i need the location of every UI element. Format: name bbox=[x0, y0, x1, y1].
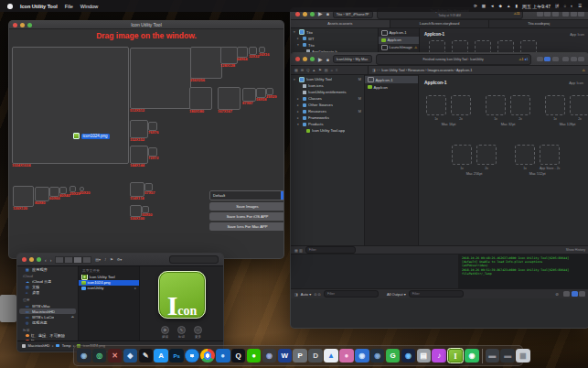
dock[interactable]: ◉◎✕◆✎APs✦●Q●◉WPD▲●◉◉G◉▤♪I◉▬▬▦ bbox=[73, 345, 523, 366]
dock-item-photoshop[interactable]: Ps bbox=[169, 349, 184, 363]
jump-bar-segment[interactable]: › Images.xcassets bbox=[424, 69, 454, 72]
spotlight-icon[interactable]: ○ bbox=[564, 4, 567, 8]
appicon-drop-well[interactable] bbox=[540, 145, 560, 165]
disclosure-arrow[interactable]: ▸ bbox=[297, 110, 301, 114]
dock-item-poser-app[interactable]: P bbox=[293, 349, 307, 363]
dock-item-dark-globe-app[interactable]: ◉ bbox=[370, 349, 385, 363]
jump-bar-segment[interactable]: › Resources bbox=[405, 69, 425, 72]
navigator-item-iconutility-entitlements[interactable]: IconUtility.entitlements bbox=[291, 89, 364, 95]
disclosure-arrow[interactable]: ▾ bbox=[294, 78, 297, 81]
navigator-item-tito[interactable]: ▾Tito bbox=[291, 42, 378, 49]
variables-scope-dropdown[interactable]: Auto ▾ bbox=[301, 292, 311, 297]
appicon-slots-row2[interactable]: 1x2xMac 256pt1xApp Store - 2xMac 512pt bbox=[452, 145, 560, 176]
navigator-tab-icons[interactable]: ▦⊞Q▲⚑▤⌂≡ bbox=[291, 66, 369, 74]
file-menu[interactable]: File bbox=[65, 4, 73, 9]
stop-button[interactable]: ■ bbox=[326, 57, 329, 62]
markup-action[interactable]: ✎标记 bbox=[177, 326, 186, 339]
disclosure-arrow[interactable]: ▾ bbox=[297, 43, 301, 47]
display-icon[interactable]: ▦ bbox=[482, 4, 486, 8]
wifi-icon[interactable]: ▲ bbox=[507, 4, 510, 8]
dock-item-chrome[interactable] bbox=[200, 349, 215, 363]
debug-bar-icons[interactable]: ▦ ▥ bbox=[294, 248, 303, 253]
window-controls[interactable] bbox=[295, 12, 315, 16]
format-dropdown[interactable]: Default ▾ bbox=[209, 190, 284, 200]
finder-sidebar[interactable]: ▦应用程序iCloud☁iCloud 云盘▤文稿⌂桌面位置▭WTB'sMac▭M… bbox=[17, 266, 79, 341]
appicon-drop-well[interactable] bbox=[570, 95, 588, 115]
disclosure-arrow[interactable]: ▸ bbox=[297, 116, 301, 120]
icon-slot-180x180[interactable] bbox=[189, 87, 212, 110]
dock-item-qq[interactable]: Q bbox=[231, 349, 246, 363]
variables-view[interactable] bbox=[291, 254, 459, 288]
save-mac-icns-button[interactable]: Save Icns For Mac APP bbox=[209, 222, 284, 231]
icon-slot-120x120[interactable] bbox=[13, 186, 34, 207]
appicon-well[interactable]: 1x bbox=[545, 95, 565, 121]
icon-slot-80x80[interactable] bbox=[35, 187, 49, 201]
input-source-icon[interactable]: 拼 bbox=[555, 4, 560, 8]
share-button[interactable]: ⤴ bbox=[104, 257, 106, 262]
disclosure-arrow[interactable]: ▸ bbox=[297, 97, 301, 101]
asset-item-appicon[interactable]: AppIcon bbox=[379, 37, 419, 44]
jump-bar-warning-icon[interactable]: ⚠ bbox=[583, 68, 585, 72]
tags-button[interactable]: ⚑ bbox=[110, 257, 113, 262]
dock-item-trash[interactable]: ▦ bbox=[516, 349, 530, 363]
clear-console-button[interactable]: ⊘ bbox=[555, 292, 559, 297]
group-button[interactable]: ▤▾ bbox=[95, 257, 101, 262]
navigator-item-wt[interactable]: ▸WT bbox=[291, 36, 378, 42]
file-row-iconutility[interactable]: iconUtility▸ bbox=[79, 286, 139, 291]
asset-item-appicon[interactable]: AppIcon bbox=[365, 83, 418, 91]
navigator-item-tito[interactable]: ▾Tito bbox=[291, 29, 378, 36]
debug-panel-toggles[interactable] bbox=[563, 291, 585, 297]
dock-item-word[interactable]: W bbox=[278, 349, 293, 363]
appicon-drop-well[interactable] bbox=[510, 95, 530, 115]
icon-utility-tool-window[interactable]: Icon Utility Tool Drag image on the wind… bbox=[8, 20, 284, 259]
view-mode-segmented-control[interactable] bbox=[55, 256, 91, 264]
disclosure-arrow[interactable]: ▾ bbox=[297, 123, 301, 126]
apple-menu-icon[interactable] bbox=[7, 4, 13, 9]
appicon-drop-well[interactable] bbox=[486, 95, 506, 115]
dock-item-google-earth[interactable]: ● bbox=[216, 349, 230, 363]
dock-item-green-dict-app[interactable]: G bbox=[386, 349, 401, 363]
appicon-drop-well[interactable] bbox=[451, 95, 471, 115]
appicon-well[interactable]: 2x bbox=[451, 95, 471, 121]
window-menu[interactable]: Window bbox=[80, 4, 99, 9]
jump-bar[interactable]: ◨ ‹ › Icon Utility Tool › Resources › Im… bbox=[369, 66, 588, 74]
appicon-drop-well[interactable] bbox=[515, 145, 535, 165]
xcode-window-iconutility[interactable]: ▶ ■ IconUtility › My Mac Finished runnin… bbox=[290, 52, 588, 329]
variables-filter[interactable]: Filter bbox=[305, 246, 356, 254]
appicon-well[interactable]: 2x bbox=[570, 95, 588, 121]
menubar-clock[interactable]: 周五 上午9:47 bbox=[522, 4, 551, 9]
dock-item-android-studio[interactable]: ◎ bbox=[92, 349, 107, 363]
save-ios-icons-button[interactable]: Save Icons For iOS APP bbox=[209, 212, 284, 221]
disclosure-arrow[interactable]: ▾ bbox=[294, 30, 297, 34]
appicon-drop-well[interactable] bbox=[476, 145, 497, 165]
variables-filter-field[interactable]: Filter bbox=[324, 290, 379, 298]
navigator-item-icon-utility-tool-app[interactable]: Icon Utility Tool.app bbox=[291, 127, 364, 134]
appicon-well[interactable]: 1x bbox=[452, 145, 472, 170]
appicon-well[interactable]: 1x bbox=[515, 145, 535, 170]
search-field[interactable] bbox=[169, 255, 219, 264]
window-controls[interactable] bbox=[295, 57, 315, 61]
dock-item-photo-booth[interactable]: ◉ bbox=[262, 349, 277, 363]
path-item[interactable]: Temp bbox=[62, 343, 71, 348]
editor-panel-buttons[interactable] bbox=[537, 11, 585, 16]
dock-item-siri[interactable]: ◉ bbox=[401, 349, 416, 363]
navigator-item-classes[interactable]: ▸ClassesM bbox=[291, 95, 364, 102]
more-actions[interactable]: ⋯更多 bbox=[194, 326, 202, 339]
quick-actions-row[interactable]: ⟳旋转✎标记⋯更多 bbox=[140, 326, 223, 339]
icon-slot-87x87[interactable] bbox=[242, 88, 256, 102]
icon-slot-152x152[interactable] bbox=[130, 120, 148, 138]
navigator-item-icon-utility-tool[interactable]: ▾Icon Utility ToolM bbox=[291, 76, 364, 82]
icon-slot-128x128[interactable] bbox=[220, 47, 238, 64]
siri-icon[interactable]: ◐ bbox=[571, 4, 573, 8]
dock-item-safari[interactable]: ✦ bbox=[185, 349, 199, 363]
run-button[interactable]: ▶ bbox=[318, 57, 323, 62]
dock-item-red-utility-app[interactable]: ✕ bbox=[108, 349, 123, 363]
dock-item-itunes[interactable]: ♪ bbox=[432, 349, 446, 363]
icon-slot-114x114[interactable] bbox=[130, 182, 144, 197]
bluetooth-icon[interactable]: ◆ bbox=[498, 4, 501, 8]
icon-slot-512x512[interactable] bbox=[130, 48, 191, 109]
window-controls[interactable] bbox=[22, 257, 41, 262]
warning-badge[interactable]: ⚠1 bbox=[519, 58, 523, 61]
notification-center-icon[interactable]: ☰ bbox=[578, 4, 582, 8]
debug-step-icons[interactable]: ⊙ ⊙ bbox=[314, 292, 321, 297]
